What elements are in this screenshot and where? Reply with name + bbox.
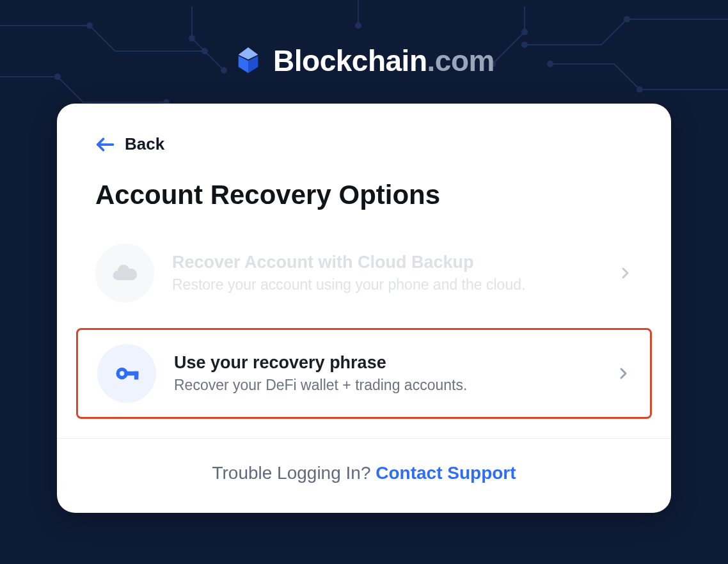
key-icon: [97, 344, 156, 403]
back-button[interactable]: Back: [57, 134, 671, 154]
brand-name-tld: .com: [427, 44, 495, 77]
chevron-right-icon: [615, 366, 631, 381]
cloud-icon: [95, 244, 154, 302]
option-subtitle: Recover your DeFi wallet + trading accou…: [174, 377, 597, 394]
brand-header: Blockchain.com: [0, 0, 728, 104]
recovery-card: Back Account Recovery Options Recover Ac…: [57, 104, 671, 513]
contact-support-link[interactable]: Contact Support: [376, 463, 516, 483]
chevron-right-icon: [617, 265, 633, 281]
option-text: Use your recovery phrase Recover your De…: [174, 353, 597, 394]
option-subtitle: Restore your account using your phone an…: [172, 276, 599, 294]
option-title: Use your recovery phrase: [174, 353, 597, 373]
back-label: Back: [125, 134, 164, 154]
svg-rect-17: [134, 372, 138, 380]
card-footer: Trouble Logging In? Contact Support: [57, 438, 671, 513]
brand-wordmark: Blockchain.com: [273, 43, 495, 78]
option-cloud-backup[interactable]: Recover Account with Cloud Backup Restor…: [76, 230, 652, 317]
svg-point-15: [120, 371, 124, 375]
option-text: Recover Account with Cloud Backup Restor…: [172, 253, 599, 294]
option-recovery-phrase[interactable]: Use your recovery phrase Recover your De…: [76, 328, 652, 419]
page-title: Account Recovery Options: [57, 154, 671, 230]
option-title: Recover Account with Cloud Backup: [172, 253, 599, 272]
footer-prompt: Trouble Logging In?: [212, 463, 376, 483]
brand-name-main: Blockchain: [273, 44, 427, 77]
brand-logo-icon: [233, 46, 263, 75]
arrow-left-icon: [95, 135, 115, 154]
